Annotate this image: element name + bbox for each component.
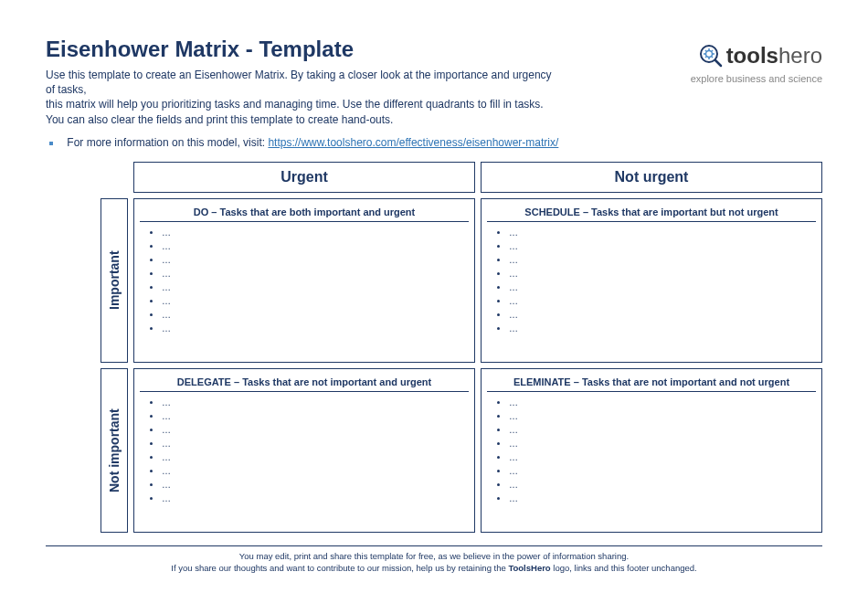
list-item[interactable]: … [162,492,461,505]
quadrant-do-body[interactable]: …………………… [134,224,474,337]
quadrant-do[interactable]: DO – Tasks that are both important and u… [133,198,475,363]
list-item[interactable]: … [509,253,809,267]
list-item[interactable]: … [162,423,461,437]
quadrant-schedule[interactable]: SCHEDULE – Tasks that are important but … [481,198,822,363]
list-item[interactable]: … [509,450,809,464]
row-header-not-important: Not important [101,368,128,533]
footer-divider [46,545,822,546]
list-item[interactable]: … [162,267,461,281]
svg-line-9 [711,50,712,51]
list-item[interactable]: … [509,226,809,239]
list-item[interactable]: … [162,409,461,423]
quadrant-do-title: DO – Tasks that are both important and u… [140,203,469,222]
task-list[interactable]: …………………… [147,396,461,505]
svg-line-7 [705,50,706,51]
list-item[interactable]: … [162,437,461,450]
task-list[interactable]: …………………… [494,396,809,505]
quadrant-schedule-title: SCHEDULE – Tasks that are important but … [487,203,816,222]
footer: You may edit, print and share this templ… [46,550,822,575]
footer-brand: ToolsHero [508,563,550,573]
col-header-not-urgent: Not urgent [481,162,822,193]
list-item[interactable]: … [162,464,461,478]
logo: toolshero [691,44,822,71]
list-item[interactable]: … [509,267,809,281]
intro-line-2: this matrix will help you prioritizing t… [46,98,544,111]
logo-block: toolshero explore business and science [691,37,822,84]
gear-magnifier-icon [699,44,723,71]
info-prefix: For more information on this model, visi… [67,136,268,149]
logo-text-bold: tools [726,43,778,68]
list-item[interactable]: … [509,294,809,308]
list-item[interactable]: … [162,396,461,409]
list-item[interactable]: … [162,281,461,294]
list-item[interactable]: … [509,464,809,478]
list-item[interactable]: … [162,450,461,464]
footer-line-1: You may edit, print and share this templ… [239,551,629,561]
list-item[interactable]: … [509,308,809,322]
list-item[interactable]: … [162,308,461,322]
logo-text-thin: hero [778,43,822,68]
quadrant-delegate-body[interactable]: …………………… [134,394,474,507]
footer-line-2a: If you share our thoughts and want to co… [171,563,508,573]
list-item[interactable]: … [509,322,809,335]
info-link[interactable]: https://www.toolshero.com/effectiveness/… [268,136,558,149]
list-item[interactable]: … [162,239,461,253]
list-item[interactable]: … [509,281,809,294]
list-item[interactable]: … [162,226,461,239]
svg-line-1 [715,60,721,66]
intro-line-3: You can also clear the fields and print … [46,113,393,126]
bullet-icon [49,142,53,145]
list-item[interactable]: … [509,409,809,423]
list-item[interactable]: … [162,478,461,492]
list-item[interactable]: … [509,437,809,450]
row-header-important: Important [101,198,128,363]
task-list[interactable]: …………………… [494,226,809,335]
list-item[interactable]: … [509,423,809,437]
svg-line-8 [711,57,712,58]
list-item[interactable]: … [162,253,461,267]
intro-text: Use this template to create an Eisenhowe… [46,68,557,127]
quadrant-eliminate-body[interactable]: …………………… [482,394,821,507]
logo-tagline: explore business and science [691,73,822,84]
eisenhower-matrix: Urgent Not urgent Important DO – Tasks t… [101,162,822,533]
svg-line-10 [705,57,706,58]
col-header-urgent: Urgent [133,162,475,193]
list-item[interactable]: … [162,322,461,335]
list-item[interactable]: … [509,396,809,409]
page-title: Eisenhower Matrix - Template [46,37,557,62]
info-line: For more information on this model, visi… [46,136,822,149]
list-item[interactable]: … [509,478,809,492]
quadrant-delegate[interactable]: DELEGATE – Tasks that are not important … [133,368,475,533]
quadrant-schedule-body[interactable]: …………………… [482,224,821,337]
quadrant-delegate-title: DELEGATE – Tasks that are not important … [140,373,469,392]
list-item[interactable]: … [509,492,809,505]
intro-line-1: Use this template to create an Eisenhowe… [46,69,552,96]
svg-point-2 [705,51,712,58]
quadrant-eliminate-title: ELEMINATE – Tasks that are not important… [487,373,816,392]
footer-line-2b: logo, links and this footer unchanged. [551,563,697,573]
quadrant-eliminate[interactable]: ELEMINATE – Tasks that are not important… [481,368,822,533]
list-item[interactable]: … [509,239,809,253]
list-item[interactable]: … [162,294,461,308]
task-list[interactable]: …………………… [147,226,461,335]
